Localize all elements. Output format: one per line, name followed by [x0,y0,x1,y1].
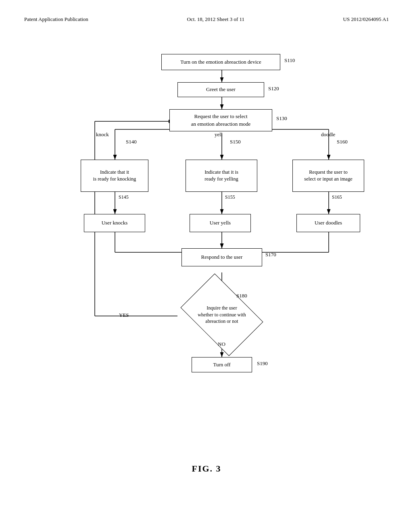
s165-label: S165 [332,194,342,200]
user-knocks-box: User knocks [84,214,145,232]
s190-text: Turn off [213,361,231,368]
s150-label: S150 [230,139,241,145]
s130-text: Request the user to select an emotion ab… [191,113,251,127]
s110-text: Turn on the emotion abreaction device [180,58,261,66]
page-header: Patent Application Publication Oct. 18, … [24,16,389,23]
s145-box: Indicate that it is ready for knocking [81,160,148,192]
s120-label: S120 [268,85,279,92]
s130-label: S130 [276,115,287,122]
user-doodles-box: User doodles [296,214,360,232]
flowchart-diagram: Turn on the emotion abreaction device S1… [24,27,389,490]
s180-diamond-container: Inquire the user whether to continue wit… [173,289,270,341]
s110-label: S110 [284,57,295,64]
s160-label: S160 [337,139,348,145]
s120-text: Greet the user [206,86,236,93]
user-doodles-text: User doodles [315,219,342,227]
s165-box: Request the user to select or input an i… [292,160,364,192]
s145-label: S145 [119,194,129,200]
user-knocks-text: User knocks [102,219,128,227]
s170-label: S170 [265,251,276,258]
s140-label: S140 [126,139,137,145]
yell-label: yell [215,131,223,138]
s110-box: Turn on the emotion abreaction device [161,54,280,70]
header-left: Patent Application Publication [24,16,88,23]
header-center: Oct. 18, 2012 Sheet 3 of 11 [187,16,244,23]
s130-box: Request the user to select an emotion ab… [169,109,272,131]
no-label: NO [218,341,225,347]
s120-box: Greet the user [177,82,264,97]
s165-text: Request the user to select or input an i… [304,169,352,183]
s155-box: Indicate that it is ready for yelling [186,160,257,192]
s155-text: Indicate that it is ready for yelling [204,169,238,183]
header-right: US 2012/0264095 A1 [343,16,389,23]
user-yells-text: User yells [210,219,231,227]
figure-caption: FIG. 3 [192,463,221,474]
s145-text: Indicate that it is ready for knocking [93,169,136,183]
s190-label: S190 [257,360,268,367]
s180-label: S180 [236,293,247,299]
s190-box: Turn off [192,357,252,372]
doodle-label: doodle [321,131,335,138]
s180-text: Inquire the user whether to continue wit… [198,305,246,325]
s155-label: S155 [225,194,235,200]
yes-label: YES [119,312,129,318]
user-yells-box: User yells [190,214,251,232]
s170-box: Respond to the user [181,248,262,266]
knock-label: knock [96,131,109,138]
s170-text: Respond to the user [201,254,243,261]
